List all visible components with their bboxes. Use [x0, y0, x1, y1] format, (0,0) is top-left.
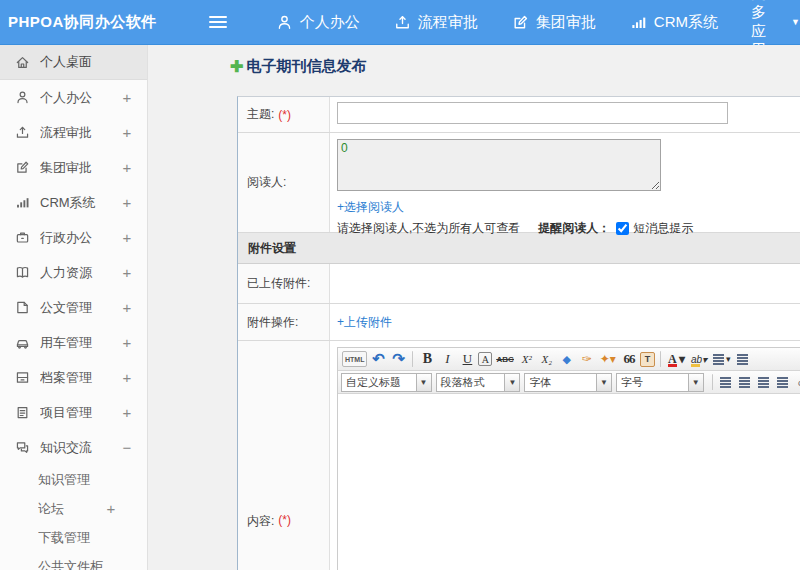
sidebar-item-icon [15, 195, 30, 210]
nav-item-label: 个人办公 [300, 13, 360, 32]
sidebar-item-document-mgmt[interactable]: 公文管理 + [0, 290, 147, 325]
undo-button[interactable]: ↶ [369, 350, 387, 368]
nav-item-crm-system[interactable]: CRM系统 [630, 13, 718, 32]
select-caret-icon[interactable]: ▼ [504, 374, 519, 391]
content-label: 内容: (*) [238, 341, 330, 570]
select-caret-icon[interactable]: ▼ [416, 374, 431, 391]
expand-toggle-icon[interactable]: + [121, 229, 133, 246]
readers-hint: 请选择阅读人,不选为所有人可查看 [337, 220, 520, 237]
align-center-button[interactable] [737, 373, 754, 391]
sidebar-item-label: 项目管理 [40, 404, 121, 422]
separator [412, 351, 413, 367]
bold-button[interactable]: B [418, 350, 436, 368]
magic-format-button[interactable]: ✦▾ [598, 350, 618, 368]
font-family-select[interactable]: 字体 ▼ [524, 373, 612, 392]
link-button[interactable]: ∞ [794, 373, 800, 391]
font-size-select[interactable]: 字号 ▼ [616, 373, 704, 392]
expand-toggle-icon[interactable]: + [121, 124, 133, 141]
sidebar-item-icon [15, 405, 30, 420]
sidebar-item-label: CRM系统 [40, 194, 121, 212]
ordered-list-button[interactable]: ▾ [711, 350, 733, 368]
separator [712, 374, 713, 390]
publish-form: 主题: (*) 阅读人: 0 +选择阅读人 请选择阅 [237, 96, 800, 570]
expand-toggle-icon[interactable]: + [121, 264, 133, 281]
expand-toggle-icon[interactable]: + [121, 404, 133, 421]
select-caret-icon[interactable]: ▼ [596, 374, 611, 391]
sidebar-item-workflow-approval[interactable]: 流程审批 + [0, 115, 147, 150]
highlight-color-button[interactable]: ab▾ [689, 350, 709, 368]
sms-checkbox[interactable] [616, 222, 629, 235]
nav-item-icon [630, 14, 647, 31]
redo-button[interactable]: ↷ [389, 350, 407, 368]
sidebar-item-crm-system[interactable]: CRM系统 + [0, 185, 147, 220]
align-left-button[interactable] [718, 373, 735, 391]
expand-toggle-icon[interactable]: + [105, 500, 117, 517]
sidebar-item-icon [15, 160, 30, 175]
eraser-button[interactable]: ◆ [558, 350, 576, 368]
select-readers-link[interactable]: +选择阅读人 [337, 199, 404, 216]
html-source-button[interactable]: HTML [342, 351, 367, 367]
expand-toggle-icon[interactable]: + [121, 369, 133, 386]
sidebar-item-project-mgmt[interactable]: 项目管理 + [0, 395, 147, 430]
sidebar-item-knowledge-exchange[interactable]: 知识交流 − [0, 430, 147, 465]
sidebar-item-vehicle-mgmt[interactable]: 用车管理 + [0, 325, 147, 360]
sidebar-item-personal-desktop[interactable]: 个人桌面 [0, 45, 147, 80]
expand-toggle-icon[interactable]: − [121, 439, 133, 456]
required-mark: (*) [278, 108, 291, 122]
font-color-button[interactable]: A ▾ [666, 350, 687, 368]
superscript-button[interactable]: X² [518, 350, 536, 368]
font-box-button[interactable]: A [478, 352, 492, 366]
subscript-button[interactable]: X₂ [538, 350, 556, 368]
sidebar-subitem-download-mgmt[interactable]: 下载管理 [0, 523, 147, 552]
select-caret-icon[interactable]: ▼ [688, 374, 703, 391]
sidebar-item-admin-office[interactable]: 行政办公 + [0, 220, 147, 255]
subject-input[interactable] [337, 102, 728, 124]
sidebar-item-archive-mgmt[interactable]: 档案管理 + [0, 360, 147, 395]
attachment-section-header: 附件设置 [238, 233, 800, 264]
expand-toggle-icon[interactable]: + [121, 194, 133, 211]
custom-heading-select[interactable]: 自定义标题 ▼ [341, 373, 432, 392]
sidebar-subitem-label: 知识管理 [38, 471, 105, 489]
sidebar-item-icon [15, 230, 30, 245]
sidebar-subitem-public-cabinet[interactable]: 公共文件柜 [0, 552, 147, 570]
sidebar-item-label: 人力资源 [40, 264, 121, 282]
paragraph-format-select[interactable]: 段落格式 ▼ [436, 373, 521, 392]
sidebar-item-human-resources[interactable]: 人力资源 + [0, 255, 147, 290]
sidebar-subitem-forum[interactable]: 论坛 + [0, 494, 147, 523]
nav-item-group-approval[interactable]: 集团审批 [512, 13, 596, 32]
sidebar-item-label: 个人办公 [40, 89, 121, 107]
hamburger-menu-icon[interactable] [205, 9, 231, 35]
unordered-list-button[interactable] [735, 350, 752, 368]
paste-plain-button[interactable]: T [640, 352, 655, 367]
sidebar-item-personal-office[interactable]: 个人办公 + [0, 80, 147, 115]
editor-content-area[interactable] [338, 394, 800, 570]
sidebar-item-group-approval[interactable]: 集团审批 + [0, 150, 147, 185]
top-bar: PHPOA协同办公软件 个人办公 流程审批 集团审批 CRM系统 更多应用 ▼ [0, 0, 800, 45]
sidebar-subitem-knowledge-mgmt[interactable]: 知识管理 [0, 465, 147, 494]
sidebar-item-label: 用车管理 [40, 334, 121, 352]
sidebar-item-label: 流程审批 [40, 124, 121, 142]
align-justify-button[interactable] [775, 373, 792, 391]
nav-item-workflow-approval[interactable]: 流程审批 [394, 13, 478, 32]
strikethrough-button[interactable]: ABC [494, 350, 515, 368]
nav-item-label: 流程审批 [418, 13, 478, 32]
remind-readers-label: 提醒阅读人： [538, 220, 610, 237]
italic-button[interactable]: I [438, 350, 456, 368]
readers-textarea[interactable]: 0 [337, 139, 661, 191]
subject-label: 主题: (*) [238, 97, 330, 132]
upload-attachment-link[interactable]: +上传附件 [337, 314, 392, 331]
format-brush-button[interactable]: ✑ [578, 350, 596, 368]
expand-toggle-icon[interactable]: + [121, 89, 133, 106]
expand-toggle-icon[interactable]: + [121, 159, 133, 176]
sidebar-subitem-label: 下载管理 [38, 529, 105, 547]
rich-text-editor: HTML↶↷BIUAABCX²X₂◆✑✦▾66TA ▾ab▾▾ 自定义标题 ▼ … [337, 347, 800, 570]
blockquote-button[interactable]: 66 [620, 350, 638, 368]
page-title-text: 电子期刊信息发布 [246, 57, 366, 76]
nav-item-personal-office[interactable]: 个人办公 [276, 13, 360, 32]
attachment-action-row: 附件操作: +上传附件 [238, 304, 800, 341]
sidebar: 个人桌面 个人办公 + 流程审批 + 集团审批 + CRM系统 + 行政办公 [0, 45, 148, 570]
underline-button[interactable]: U [458, 350, 476, 368]
align-right-button[interactable] [756, 373, 773, 391]
expand-toggle-icon[interactable]: + [121, 299, 133, 316]
expand-toggle-icon[interactable]: + [121, 334, 133, 351]
